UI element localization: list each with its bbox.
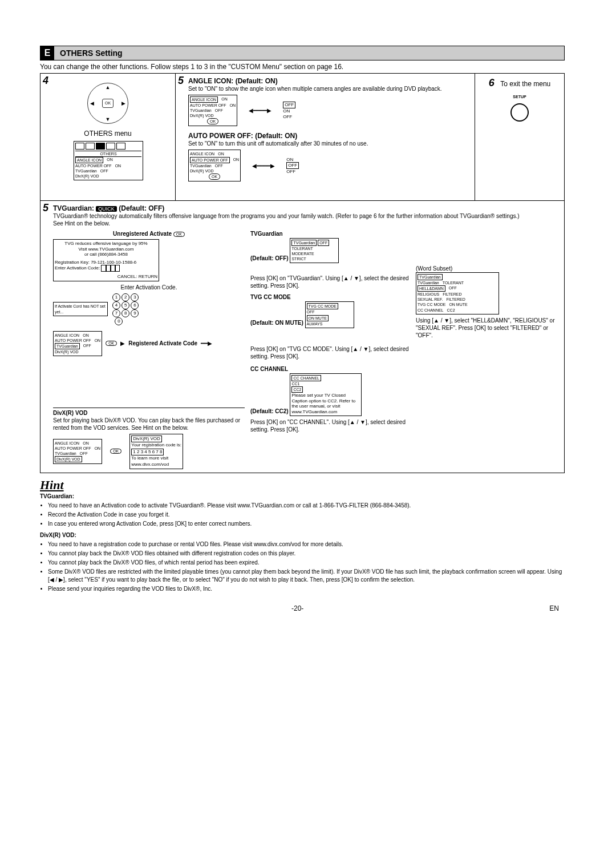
page-number: -20- — [291, 604, 303, 612]
step-6: 6 To exit the menu SETUP — [475, 74, 564, 200]
hint-item: You need to have an Activation code to a… — [48, 502, 565, 510]
auto-power-desc: Set to "ON" to turn this unit off automa… — [188, 140, 470, 147]
step-4: 4 ▲▼◀▶OK OTHERS menu OTHERS — [40, 74, 176, 200]
hint-item: In case you entered wrong Activation Cod… — [48, 520, 565, 528]
unreg-title: Unregistered Activate — [113, 231, 172, 237]
step-4-num: 4 — [43, 75, 48, 87]
hint-item: Record the Activation Code in case you f… — [48, 511, 565, 519]
hint-body: TVGuardian: You need to have an Activati… — [40, 493, 565, 593]
tvg-heading: TVGuardian: QUICK (Default: OFF) — [53, 204, 560, 212]
divx-desc: Set for playing back DivX® VOD. You can … — [53, 417, 245, 431]
hint-item: Please send your inquiries regarding the… — [48, 585, 565, 593]
setup-label: SETUP — [480, 95, 560, 99]
others-menu-mock: OTHERS ANGLE ICONON AUTO POWER OFFON TVG… — [74, 141, 142, 180]
quick-badge: QUICK — [96, 206, 117, 212]
word-subset-label: (Word Subset) — [416, 265, 560, 272]
hint-item: You cannot play back the DivX® VOD files… — [48, 559, 565, 567]
setup-icon — [510, 103, 529, 122]
step-5a-num: 5 — [178, 75, 184, 87]
cc-title: CC CHANNEL — [250, 366, 288, 372]
step-5-tvguardian: 5 TVGuardian: QUICK (Default: OFF) TVGua… — [40, 201, 564, 473]
section-title: OTHERS Setting — [60, 49, 123, 58]
auto-menu-mock: ANGLE ICONON AUTO POWER OFFON TVGuardian… — [188, 150, 470, 181]
main-box: 4 ▲▼◀▶OK OTHERS menu OTHERS — [40, 73, 565, 473]
section-intro: You can change the other functions. Foll… — [40, 63, 565, 71]
auto-power-heading: AUTO POWER OFF: (Default: ON) — [188, 132, 470, 140]
exit-text: To exit the menu — [500, 80, 550, 88]
hint-divx-h: DivX(R) VOD: — [40, 532, 76, 538]
others-menu-label: OTHERS menu — [45, 130, 171, 138]
tvg-default-title: TVGuardian — [250, 231, 283, 237]
step-6-num: 6 — [489, 77, 495, 88]
hint-item: You cannot play back the DivX® VOD files… — [48, 550, 565, 558]
dpad-icon: ▲▼◀▶OK — [87, 83, 128, 124]
step-5-top: 5 ANGLE ICON: (Default: ON) Set to "ON" … — [176, 74, 475, 200]
step-5b-num: 5 — [43, 202, 48, 214]
angle-icon-desc: Set to "ON" to show the angle icon when … — [188, 85, 470, 92]
section-letter: E — [40, 46, 54, 60]
tvg-desc: TVGuardian® technology automatically fil… — [53, 212, 560, 220]
lang-code: EN — [549, 604, 559, 612]
reg-title: Registered Activate Code — [128, 340, 197, 347]
angle-menu-mock: ANGLE ICONON AUTO POWER OFFON TVGuardian… — [188, 95, 470, 126]
hint-item: Some DivX® VOD files are restricted with… — [48, 568, 565, 584]
angle-icon-heading: ANGLE ICON: (Default: ON) — [188, 77, 470, 85]
tvg-seehint: See Hint on the below. — [53, 220, 560, 227]
tvgcc-title: TVG CC MODE — [250, 294, 291, 300]
section-header: E OTHERS Setting — [40, 46, 565, 61]
hint-item: You need to have a registration code to … — [48, 541, 565, 548]
hint-tvg-h: TVGuardian: — [40, 493, 74, 499]
footer: -20- EN — [40, 604, 565, 612]
divx-title: DivX(R) VOD — [53, 410, 88, 416]
hint-title: Hint — [40, 478, 565, 493]
